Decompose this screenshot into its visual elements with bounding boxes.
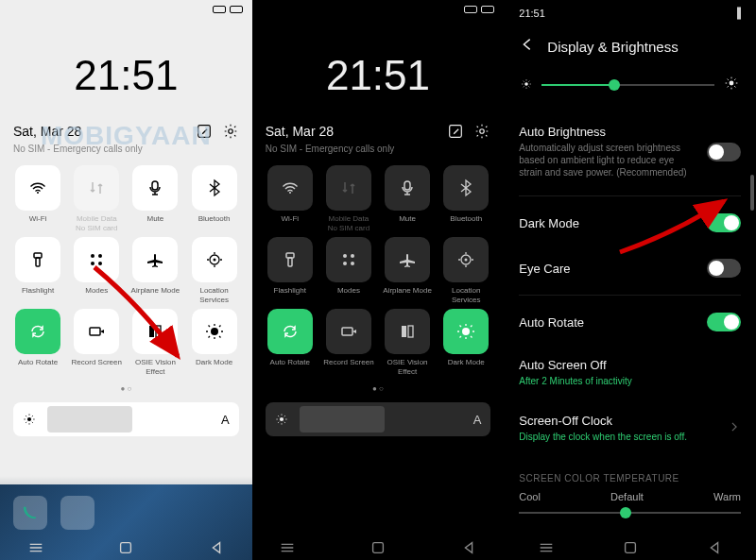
qs-tile-mute[interactable]: Mute xyxy=(381,165,434,231)
qs-tile-auto-rotate[interactable]: Auto Rotate xyxy=(264,309,317,375)
nav-back-icon[interactable] xyxy=(208,539,225,556)
qs-tile-dark-mode[interactable]: Dark Mode xyxy=(187,309,240,375)
brightness-slider[interactable]: A xyxy=(266,402,491,436)
nav-back-icon[interactable] xyxy=(460,539,477,556)
qs-tile-mobile-data[interactable]: Mobile DataNo SIM card xyxy=(70,165,123,231)
row-auto-rotate[interactable]: Auto Rotate xyxy=(519,299,741,345)
watermark: MOBIGYAAN xyxy=(0,121,252,151)
auto-brightness-button[interactable]: A xyxy=(221,413,230,427)
flashlight-icon xyxy=(15,237,60,282)
qs-tile-flashlight[interactable]: Flashlight xyxy=(264,237,317,303)
row-auto-screen-off[interactable]: Auto Screen Off After 2 Minutes of inact… xyxy=(519,345,741,400)
dark-mode-icon xyxy=(192,309,237,354)
quick-settings-dark: 21:51 Sat, Mar 28 No SIM - Emergency cal… xyxy=(252,0,505,560)
row-title: Auto Screen Off xyxy=(519,358,731,372)
toggle-auto-brightness[interactable] xyxy=(707,143,741,161)
auto-rotate-icon xyxy=(15,309,60,354)
qs-tile-record[interactable]: Record Screen xyxy=(322,309,375,375)
brightness-low-icon xyxy=(23,413,36,426)
page-title: Display & Brightness xyxy=(547,39,678,55)
toggle-auto-rotate[interactable] xyxy=(707,313,741,331)
tile-label: Modes xyxy=(85,286,108,303)
clock: 21:51 xyxy=(0,52,252,99)
color-temp-slider[interactable] xyxy=(519,512,741,514)
qs-tile-bluetooth[interactable]: Bluetooth xyxy=(187,165,240,231)
airplane-icon xyxy=(132,237,178,282)
status-icons xyxy=(737,8,741,19)
scrollbar[interactable] xyxy=(750,175,754,211)
tile-label: Mute xyxy=(399,214,416,231)
qs-tile-mute[interactable]: Mute xyxy=(129,165,181,231)
signal-icon xyxy=(464,6,477,13)
nav-recent-icon[interactable] xyxy=(27,539,44,556)
nav-home-icon[interactable] xyxy=(117,539,134,556)
qs-tile-osie[interactable]: OSIE Vision Effect xyxy=(381,309,434,375)
row-subtitle: Automatically adjust screen brightness b… xyxy=(519,142,697,178)
dock-app-icon[interactable] xyxy=(60,496,94,530)
clock: 21:51 xyxy=(252,52,505,99)
nav-recent-icon[interactable] xyxy=(279,539,296,556)
row-dark-mode[interactable]: Dark Mode xyxy=(519,200,741,246)
qs-tile-mobile-data[interactable]: Mobile DataNo SIM card xyxy=(322,165,375,231)
row-title: Dark Mode xyxy=(519,216,579,230)
row-title: Screen-Off Clock xyxy=(519,414,718,428)
nav-home-icon[interactable] xyxy=(369,539,387,556)
brightness-low-icon xyxy=(521,76,532,93)
status-bar xyxy=(0,0,252,19)
qs-tile-osie[interactable]: OSIE Vision Effect xyxy=(129,309,181,375)
qs-tile-location[interactable]: Location Services xyxy=(439,237,492,303)
toggle-dark-mode[interactable] xyxy=(707,213,741,232)
row-auto-brightness[interactable]: Auto Brightness Automatically adjust scr… xyxy=(519,111,741,192)
dock-phone-icon[interactable] xyxy=(13,496,47,530)
back-icon[interactable] xyxy=(519,36,536,57)
row-screen-off-clock[interactable]: Screen-Off Clock Display the clock when … xyxy=(519,400,741,456)
nav-bar xyxy=(252,484,505,560)
tile-label: Mute xyxy=(147,214,164,231)
section-header: SCREEN COLOR TEMPERATURE xyxy=(519,473,741,484)
tile-label: Auto Rotate xyxy=(18,358,58,375)
qs-tile-flashlight[interactable]: Flashlight xyxy=(11,237,64,303)
qs-tile-wifi[interactable]: Wi-Fi xyxy=(11,165,64,231)
status-bar xyxy=(252,0,505,19)
tile-label: Wi-Fi xyxy=(281,214,299,231)
qs-tile-location[interactable]: Location Services xyxy=(187,237,240,303)
tile-label: Auto Rotate xyxy=(270,358,310,375)
brightness-slider[interactable] xyxy=(521,76,739,94)
mobile-data-icon xyxy=(326,165,371,211)
qs-tile-airplane[interactable]: Airplane Mode xyxy=(129,237,181,303)
tile-label: OSIE Vision Effect xyxy=(129,358,181,375)
record-icon xyxy=(74,309,119,354)
qs-tile-wifi[interactable]: Wi-Fi xyxy=(264,165,317,231)
qs-tiles: Wi-FiMobile DataNo SIM cardMuteBluetooth… xyxy=(0,165,252,375)
nav-recent-icon[interactable] xyxy=(538,539,555,556)
tile-label: Airplane Mode xyxy=(131,286,180,303)
battery-icon xyxy=(230,6,243,13)
row-eye-care[interactable]: Eye Care xyxy=(519,246,741,291)
flashlight-icon xyxy=(267,237,313,282)
qs-tile-airplane[interactable]: Airplane Mode xyxy=(381,237,434,303)
status-time: 21:51 xyxy=(519,8,545,19)
auto-brightness-button[interactable]: A xyxy=(473,413,482,427)
qs-tiles: Wi-FiMobile DataNo SIM cardMuteBluetooth… xyxy=(252,165,505,375)
brightness-fill xyxy=(47,406,132,433)
qs-tile-modes[interactable]: Modes xyxy=(70,237,123,303)
nav-home-icon[interactable] xyxy=(622,539,639,556)
tile-label: Modes xyxy=(337,286,360,303)
color-temp-labels: Cool Default Warm xyxy=(519,491,741,502)
tile-label: Record Screen xyxy=(323,358,373,375)
modes-icon xyxy=(326,237,371,282)
qs-tile-modes[interactable]: Modes xyxy=(322,237,375,303)
brightness-slider[interactable]: A xyxy=(13,402,239,436)
edit-icon[interactable] xyxy=(447,123,464,140)
qs-tile-auto-rotate[interactable]: Auto Rotate xyxy=(11,309,64,375)
qs-tile-record[interactable]: Record Screen xyxy=(70,309,123,375)
toggle-eye-care[interactable] xyxy=(707,259,741,278)
home-dock xyxy=(0,484,252,560)
nav-back-icon[interactable] xyxy=(706,539,723,556)
modes-icon xyxy=(74,237,119,282)
gear-icon[interactable] xyxy=(473,123,490,140)
qs-tile-bluetooth[interactable]: Bluetooth xyxy=(439,165,492,231)
tile-label: OSIE Vision Effect xyxy=(381,358,434,375)
tile-label: Mobile DataNo SIM card xyxy=(328,214,369,231)
qs-tile-dark-mode[interactable]: Dark Mode xyxy=(439,309,492,375)
